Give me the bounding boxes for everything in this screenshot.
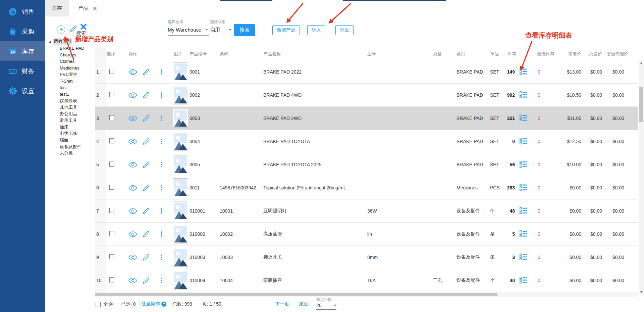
category-item[interactable]: 其他工具 (60, 104, 97, 111)
more-actions-icon[interactable] (160, 115, 163, 122)
warehouse-select[interactable]: 选择仓库 My Warehouse (168, 19, 209, 36)
category-item[interactable]: test1 (60, 91, 97, 98)
stock-detail-icon[interactable] (520, 94, 527, 99)
row-checkbox[interactable] (109, 185, 114, 190)
product-image[interactable] (173, 271, 188, 290)
view-icon[interactable] (128, 208, 137, 214)
close-icon[interactable]: × (93, 5, 97, 12)
category-item[interactable]: 设备及配件 (60, 143, 97, 150)
category-item[interactable]: 办公用品 (60, 110, 97, 117)
row-checkbox[interactable] (109, 208, 114, 213)
product-image[interactable] (173, 225, 188, 243)
category-item[interactable]: 电线电缆 (60, 130, 97, 137)
category-item[interactable]: PVC管件 (60, 71, 97, 78)
export-button[interactable]: 导出 (335, 25, 354, 35)
tree-expander-icon[interactable]: ◢ (49, 40, 51, 43)
edit-icon[interactable] (143, 184, 150, 191)
more-actions-icon[interactable] (160, 69, 163, 75)
add-category-icon[interactable]: + (57, 25, 65, 34)
view-icon[interactable] (128, 278, 137, 283)
table-row[interactable]: 30003BRAKE PAD 2WDBRAKE PADSET3210$11.00… (95, 107, 638, 130)
product-image[interactable] (173, 62, 188, 81)
edit-icon[interactable] (143, 231, 150, 238)
row-checkbox[interactable] (109, 277, 114, 282)
select-all-checkbox[interactable] (96, 302, 101, 308)
batch-actions-button[interactable]: 批量操作 (140, 300, 168, 308)
table-row[interactable]: 10001BRAKE PAD 2022BRAKE PADSET1490$13.0… (95, 60, 638, 84)
view-icon[interactable] (128, 116, 137, 121)
edit-icon[interactable] (143, 92, 150, 99)
stock-detail-icon[interactable] (520, 279, 527, 284)
horizontal-scrollbar-thumb[interactable] (95, 293, 497, 296)
row-checkbox[interactable] (109, 231, 114, 236)
more-actions-icon[interactable] (160, 184, 163, 191)
row-checkbox[interactable] (109, 254, 114, 259)
stock-detail-icon[interactable] (520, 117, 527, 122)
category-item[interactable]: Clothes (60, 58, 97, 65)
more-actions-icon[interactable] (160, 161, 163, 168)
product-image[interactable] (173, 132, 188, 151)
product-image[interactable] (173, 178, 188, 197)
edit-icon[interactable] (143, 208, 150, 215)
edit-category-icon[interactable] (69, 25, 77, 33)
view-icon[interactable] (128, 185, 137, 191)
view-icon[interactable] (128, 255, 137, 260)
last-page-button[interactable]: 末页 (299, 301, 308, 307)
sidebar-item-purchase[interactable]: 采购 (0, 21, 45, 41)
scroll-down-icon[interactable] (640, 291, 643, 293)
view-icon[interactable] (128, 69, 137, 75)
edit-icon[interactable] (143, 161, 150, 168)
table-row[interactable]: 901000310003接近开关8mm设备及配件条30$0.00$0.00$0.… (95, 246, 638, 269)
category-item[interactable]: Medicines (60, 65, 97, 72)
product-image[interactable] (173, 155, 188, 174)
table-row[interactable]: 801000210002高压油管lin设备及配件条50$0.00$0.00$0.… (95, 223, 638, 246)
category-item[interactable]: test (60, 84, 97, 91)
sidebar-item-finance[interactable]: 100 财务 (0, 61, 45, 81)
more-actions-icon[interactable] (160, 254, 163, 261)
row-checkbox[interactable] (109, 92, 114, 97)
tab-products[interactable]: 产品 × (72, 0, 103, 16)
more-actions-icon[interactable] (160, 208, 163, 214)
view-icon[interactable] (128, 231, 137, 237)
row-checkbox[interactable] (109, 69, 114, 74)
search-button[interactable]: 搜索 (234, 24, 255, 36)
stock-detail-icon[interactable] (520, 71, 527, 76)
row-checkbox[interactable] (109, 162, 114, 167)
rows-per-page-select[interactable]: 20 (316, 303, 336, 310)
category-item[interactable]: 仪器仪表 (60, 97, 97, 104)
more-actions-icon[interactable] (160, 277, 163, 284)
row-checkbox[interactable] (109, 115, 114, 120)
edit-icon[interactable] (143, 115, 150, 122)
view-icon[interactable] (128, 162, 137, 168)
stock-detail-icon[interactable] (520, 210, 527, 215)
more-actions-icon[interactable] (160, 138, 163, 145)
stock-detail-icon[interactable] (520, 186, 527, 192)
next-page-button[interactable]: 下一页 (275, 301, 289, 307)
table-row[interactable]: 20002BRAKE PAD 4WDBRAKE PADSET9920$10.50… (95, 84, 638, 107)
product-image[interactable] (173, 109, 188, 128)
table-row[interactable]: 6001114987616003942Topical solution 2% a… (95, 176, 638, 199)
edit-icon[interactable] (143, 254, 150, 261)
category-root[interactable]: ◢ 所有类别 (49, 38, 72, 45)
scroll-up-icon[interactable] (640, 62, 643, 64)
stock-detail-icon[interactable] (520, 163, 527, 169)
stock-detail-icon[interactable] (520, 256, 527, 261)
view-icon[interactable] (128, 139, 137, 144)
table-row[interactable]: 50005BRAKE PAD TOYOTA 2025BRAKE PADSET56… (95, 153, 638, 176)
product-image[interactable] (173, 86, 188, 104)
table-row[interactable]: 701000110001亚明照明灯36W设备及配件个480$0.00$0.00$… (95, 199, 638, 223)
category-item[interactable]: 螺丝 (60, 137, 97, 143)
status-select[interactable]: 选择状态 启用 (210, 19, 232, 36)
sidebar-item-inventory[interactable]: 库存 (0, 41, 45, 61)
import-button[interactable]: 导入 (307, 25, 325, 35)
vertical-scrollbar[interactable] (639, 60, 644, 295)
sidebar-item-sales[interactable]: 销售 (0, 2, 45, 21)
more-actions-icon[interactable] (160, 92, 163, 98)
category-item[interactable]: 未分类 (60, 150, 97, 157)
category-item[interactable]: T-Shirt (60, 78, 97, 85)
add-product-button[interactable]: 新增产品 (272, 25, 300, 35)
view-icon[interactable] (128, 92, 137, 98)
table-row[interactable]: 40004BRAKE PAD TOYOTABRAKE PADSET00$12.5… (95, 130, 638, 153)
row-checkbox[interactable] (109, 138, 114, 143)
category-item[interactable]: BRAKE PAD (60, 45, 97, 52)
